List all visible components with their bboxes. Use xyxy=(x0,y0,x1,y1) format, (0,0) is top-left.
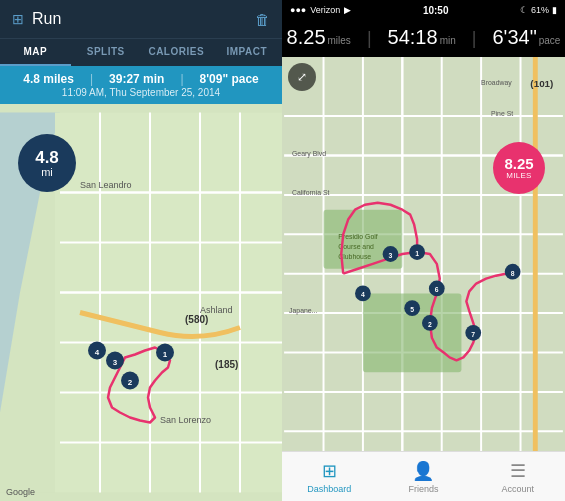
miles-badge-number: 8.25 xyxy=(504,156,533,171)
status-time: 10:50 xyxy=(423,5,449,16)
left-map: (580) (185) San Leandro Ashland San Lore… xyxy=(0,104,282,501)
friends-icon: 👤 xyxy=(412,460,434,482)
svg-text:Japane...: Japane... xyxy=(289,307,317,315)
stats-bar: 4.8 miles | 39:27 min | 8'09" pace 11:09… xyxy=(0,66,282,104)
r-pace-unit: pace xyxy=(539,35,561,46)
r-time-val: 54:18 xyxy=(388,26,438,49)
right-bottom-nav: ⊞ Dashboard 👤 Friends ☰ Account xyxy=(282,451,565,501)
status-right: ☾ 61% ▮ xyxy=(520,5,557,15)
datetime-stat: 11:09 AM, Thu September 25, 2014 xyxy=(62,87,220,98)
svg-text:California St: California St xyxy=(292,189,330,196)
right-stats-bar: 8.25 miles | 54:18 min | 6'34" pace xyxy=(282,20,565,57)
moon-icon: ☾ xyxy=(520,5,528,15)
right-panel: ●●● Verizon ▶ 10:50 ☾ 61% ▮ 8.25 miles |… xyxy=(282,0,565,501)
r-time-stat: 54:18 min xyxy=(388,26,456,49)
account-label: Account xyxy=(502,484,535,494)
pace-stat: 8'09" pace xyxy=(200,72,259,86)
svg-text:San Leandro: San Leandro xyxy=(80,180,132,190)
distance-bubble: 4.8 mi xyxy=(18,134,76,192)
svg-text:4: 4 xyxy=(95,348,100,357)
svg-text:4: 4 xyxy=(361,291,365,298)
right-status-bar: ●●● Verizon ▶ 10:50 ☾ 61% ▮ xyxy=(282,0,565,20)
run-grid-icon: ⊞ xyxy=(12,11,24,27)
google-watermark: Google xyxy=(6,487,35,497)
run-title: Run xyxy=(32,10,61,28)
svg-text:Ashland: Ashland xyxy=(200,305,233,315)
svg-text:7: 7 xyxy=(471,331,475,338)
tabs-bar: MAP SPLITS CALORIES IMPACT xyxy=(0,38,282,66)
tab-impact[interactable]: IMPACT xyxy=(212,39,283,66)
tab-calories[interactable]: CALORIES xyxy=(141,39,212,66)
trash-icon[interactable]: 🗑 xyxy=(255,11,270,28)
miles-badge-unit: MILES xyxy=(506,171,532,180)
r-distance-val: 8.25 xyxy=(287,26,326,49)
svg-text:(580): (580) xyxy=(185,314,208,325)
svg-text:Broadway: Broadway xyxy=(481,79,512,87)
miles-badge: 8.25 MILES xyxy=(493,142,545,194)
right-map: (101) Presidio Golf Course and Clubhouse… xyxy=(282,57,565,451)
carrier-name: Verizon xyxy=(310,5,340,15)
expand-map-button[interactable]: ⤢ xyxy=(288,63,316,91)
distance-stat: 4.8 miles xyxy=(23,72,74,86)
time-stat: 39:27 min xyxy=(109,72,164,86)
nav-friends[interactable]: 👤 Friends xyxy=(376,460,470,494)
account-icon: ☰ xyxy=(510,460,526,482)
bluetooth-icon: ●●● xyxy=(290,5,306,15)
signal-icon: ▶ xyxy=(344,5,351,15)
dashboard-label: Dashboard xyxy=(307,484,351,494)
header-left: ⊞ Run xyxy=(12,10,61,28)
svg-text:3: 3 xyxy=(113,358,118,367)
svg-text:Course and: Course and xyxy=(338,243,374,250)
distance-unit: mi xyxy=(41,166,53,178)
battery-icon: ▮ xyxy=(552,5,557,15)
distance-number: 4.8 xyxy=(35,149,59,166)
dashboard-icon: ⊞ xyxy=(322,460,337,482)
left-header: ⊞ Run 🗑 xyxy=(0,0,282,38)
right-map-svg: (101) Presidio Golf Course and Clubhouse… xyxy=(282,57,565,451)
status-left: ●●● Verizon ▶ xyxy=(290,5,351,15)
svg-text:(185): (185) xyxy=(215,359,238,370)
r-time-unit: min xyxy=(440,35,456,46)
r-pace-stat: 6'34" pace xyxy=(492,26,560,49)
svg-text:Clubhouse: Clubhouse xyxy=(338,253,371,260)
tab-splits[interactable]: SPLITS xyxy=(71,39,142,66)
svg-text:5: 5 xyxy=(410,306,414,313)
svg-rect-2 xyxy=(55,113,282,493)
svg-text:San Lorenzo: San Lorenzo xyxy=(160,415,211,425)
r-distance-unit: miles xyxy=(328,35,351,46)
left-panel: ⊞ Run 🗑 MAP SPLITS CALORIES IMPACT 4.8 m… xyxy=(0,0,282,501)
svg-text:Pine St: Pine St xyxy=(491,110,513,117)
svg-text:3: 3 xyxy=(389,252,393,259)
nav-dashboard[interactable]: ⊞ Dashboard xyxy=(282,460,376,494)
svg-text:1: 1 xyxy=(415,250,419,257)
svg-text:6: 6 xyxy=(435,286,439,293)
svg-text:(101): (101) xyxy=(530,78,553,89)
svg-text:Geary Blvd: Geary Blvd xyxy=(292,150,326,158)
tab-map[interactable]: MAP xyxy=(0,39,71,66)
battery-percent: 61% xyxy=(531,5,549,15)
friends-label: Friends xyxy=(408,484,438,494)
stats-row1: 4.8 miles | 39:27 min | 8'09" pace xyxy=(23,72,259,86)
svg-text:2: 2 xyxy=(128,378,133,387)
svg-text:2: 2 xyxy=(428,321,432,328)
r-distance-stat: 8.25 miles xyxy=(287,26,351,49)
svg-text:8: 8 xyxy=(511,270,515,277)
r-pace-val: 6'34" xyxy=(492,26,536,49)
svg-text:1: 1 xyxy=(163,350,168,359)
nav-account[interactable]: ☰ Account xyxy=(471,460,565,494)
